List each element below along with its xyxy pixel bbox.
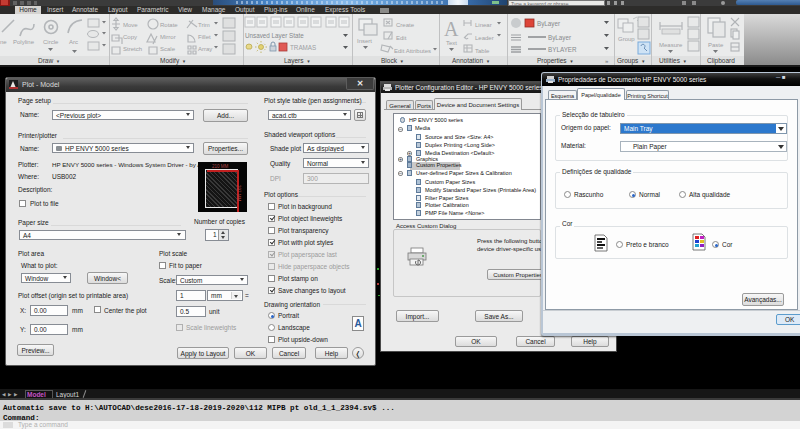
svg-text:ne: ne — [0, 39, 7, 45]
svg-text:Fillet: Fillet — [198, 34, 211, 40]
svg-text:Edit: Edit — [396, 35, 407, 41]
svg-text:Insert: Insert — [357, 38, 372, 44]
svg-text:Unsaved Layer State: Unsaved Layer State — [245, 32, 304, 40]
svg-text:Group: Group — [618, 36, 635, 42]
svg-text:BYLAYER: BYLAYER — [548, 46, 577, 53]
svg-text:Trim: Trim — [198, 22, 210, 28]
svg-text:Circle: Circle — [43, 39, 59, 45]
svg-text:Mirror: Mirror — [160, 34, 176, 40]
svg-text:Stretch: Stretch — [123, 46, 142, 52]
svg-text:Paste: Paste — [708, 42, 724, 48]
svg-text:Move: Move — [123, 22, 138, 28]
svg-text:Leader: Leader — [475, 35, 494, 41]
svg-text:ByLayer: ByLayer — [537, 20, 560, 28]
svg-text:Scale: Scale — [160, 46, 176, 52]
svg-text:Array: Array — [198, 46, 212, 52]
svg-text:Edit Attributes: Edit Attributes — [394, 48, 431, 54]
svg-text:Measure: Measure — [659, 42, 683, 48]
svg-text:Create: Create — [396, 22, 415, 28]
svg-text:ByLayer: ByLayer — [548, 34, 571, 42]
svg-text:Table: Table — [475, 48, 490, 54]
svg-text:A: A — [444, 18, 459, 40]
svg-text:TRAMAS: TRAMAS — [290, 44, 316, 51]
svg-text:Text: Text — [446, 40, 457, 46]
svg-text:Arc: Arc — [69, 39, 78, 45]
svg-text:Linear: Linear — [475, 22, 492, 28]
svg-text:Copy: Copy — [123, 34, 137, 40]
svg-text:Rotate: Rotate — [160, 22, 178, 28]
svg-text:Polyline: Polyline — [13, 39, 35, 45]
